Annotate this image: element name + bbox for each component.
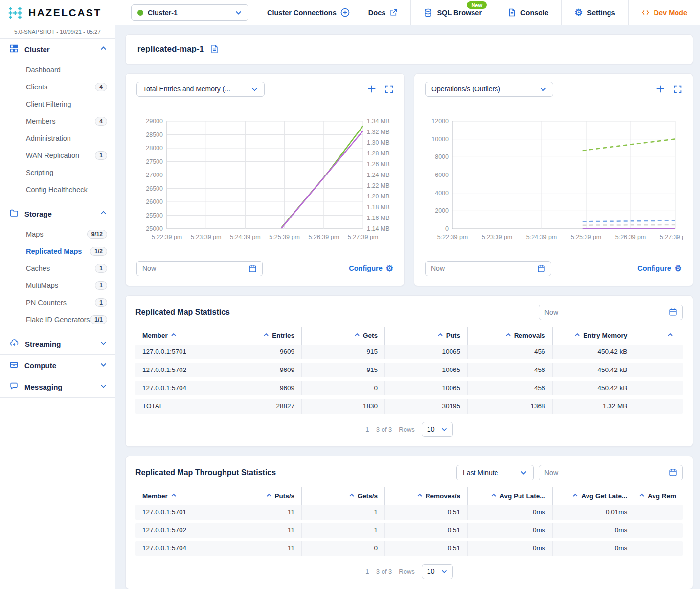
column-header-avg-put-late[interactable]: Avg Put Late... xyxy=(467,487,552,505)
svg-text:26500: 26500 xyxy=(146,185,163,192)
table-cell: 9609 xyxy=(220,345,301,359)
table-cell: 10065 xyxy=(384,381,467,395)
configure-link[interactable]: Configure ⚙ xyxy=(349,264,393,273)
svg-text:5:22:39 pm: 5:22:39 pm xyxy=(437,234,468,240)
table-cell: 127.0.0.1:5702 xyxy=(135,523,220,538)
count-badge: 4 xyxy=(95,117,107,126)
table-cell: 915 xyxy=(301,363,384,377)
svg-text:5:26:39 pm: 5:26:39 pm xyxy=(309,234,339,240)
sidebar-item-maps[interactable]: Maps9/12 xyxy=(14,225,115,242)
console-button[interactable]: Console xyxy=(495,0,561,25)
sidebar-section-storage[interactable]: Storage xyxy=(0,203,115,224)
sidebar-item-client-filtering[interactable]: Client Filtering xyxy=(14,95,115,112)
item-label: Client Filtering xyxy=(26,100,107,108)
table-row[interactable]: 127.0.0.1:5701960991510065456450.42 kB xyxy=(135,345,683,359)
sidebar-section-streaming[interactable]: Streaming xyxy=(0,333,115,354)
fullscreen-icon[interactable] xyxy=(674,85,682,93)
rows-per-page-select[interactable]: 10 xyxy=(422,422,453,437)
column-header-extra[interactable] xyxy=(634,327,683,345)
item-label: PN Counters xyxy=(26,299,95,306)
time-picker[interactable]: Now xyxy=(136,261,263,276)
column-header-member[interactable]: Member xyxy=(135,327,220,345)
version-text: 5.0-SNAPSHOT - 10/09/21 - 05:27 xyxy=(0,25,115,39)
column-header-entries[interactable]: Entries xyxy=(220,327,301,345)
time-picker[interactable]: Now xyxy=(539,465,683,480)
console-label: Console xyxy=(520,9,548,17)
fullscreen-icon[interactable] xyxy=(385,85,393,93)
svg-text:1.34 MB: 1.34 MB xyxy=(367,118,390,125)
topbar: HAZELCAST Cluster-1 Cluster Connections … xyxy=(0,0,700,25)
column-header-removes-s[interactable]: Removes/s xyxy=(384,487,467,505)
svg-text:1.32 MB: 1.32 MB xyxy=(367,129,390,135)
sort-caret-icon xyxy=(491,492,497,500)
sql-browser-label: SQL Browser xyxy=(437,9,482,17)
column-header-avg-rem[interactable]: Avg Rem xyxy=(634,487,683,505)
sidebar-item-config-healthcheck[interactable]: Config Healthcheck xyxy=(14,181,115,198)
svg-text:29000: 29000 xyxy=(146,118,163,125)
table-cell: 456 xyxy=(467,345,552,359)
sidebar-item-administration[interactable]: Administration xyxy=(14,130,115,147)
sidebar-item-clients[interactable]: Clients4 xyxy=(14,78,115,95)
document-icon[interactable] xyxy=(210,44,219,54)
column-header-entry-memory[interactable]: Entry Memory xyxy=(552,327,634,345)
table-row[interactable]: 127.0.0.1:5702960991510065456450.42 kB xyxy=(135,363,683,377)
interval-select[interactable]: Last Minute xyxy=(456,465,534,480)
table-cell: 1368 xyxy=(467,399,552,414)
table-cell: 11 xyxy=(220,505,301,520)
dev-mode-label: Dev Mode xyxy=(654,9,688,17)
brand-wordmark: HAZELCAST xyxy=(28,7,102,19)
operations-chart-card: Operations/s (Outliers) 1200010000800060… xyxy=(414,73,693,286)
sidebar-item-caches[interactable]: Caches1 xyxy=(14,260,115,277)
column-header-avg-get-late[interactable]: Avg Get Late... xyxy=(552,487,634,505)
sidebar-item-pn-counters[interactable]: PN Counters1 xyxy=(14,294,115,311)
column-header-removals[interactable]: Removals xyxy=(467,327,552,345)
column-header-member[interactable]: Member xyxy=(135,487,220,505)
calendar-icon xyxy=(669,308,677,316)
svg-text:5:25:39 pm: 5:25:39 pm xyxy=(269,234,300,240)
table-row[interactable]: 127.0.0.1:57049609010065456450.42 kB xyxy=(135,381,683,395)
sidebar-item-scripting[interactable]: Scripting xyxy=(14,164,115,181)
add-chart-icon[interactable] xyxy=(656,85,665,93)
svg-text:1.18 MB: 1.18 MB xyxy=(367,204,390,211)
svg-text:5:23:39 pm: 5:23:39 pm xyxy=(482,234,513,240)
time-picker[interactable]: Now xyxy=(539,305,683,320)
sidebar-item-flake-id-generators[interactable]: Flake ID Generators1/1 xyxy=(14,311,115,328)
sidebar-item-dashboard[interactable]: Dashboard xyxy=(14,61,115,78)
svg-text:0: 0 xyxy=(445,225,449,232)
cloud-icon xyxy=(10,339,19,349)
table-row[interactable]: 127.0.0.1:57021110.510ms0ms xyxy=(135,523,683,538)
new-badge: New xyxy=(467,1,487,9)
metric-select[interactable]: Operations/s (Outliers) xyxy=(425,82,553,97)
sidebar-item-members[interactable]: Members4 xyxy=(14,112,115,130)
dev-mode-button[interactable]: Dev Mode xyxy=(628,0,700,25)
svg-text:5:22:39 pm: 5:22:39 pm xyxy=(152,234,182,240)
table-row[interactable]: TOTAL2882718303019513681.32 MB xyxy=(135,399,683,414)
metric-select[interactable]: Total Entries and Memory (... xyxy=(136,82,265,97)
settings-button[interactable]: ⚙ Settings xyxy=(561,0,628,25)
table-cell: 450.42 kB xyxy=(552,381,634,395)
column-header-puts-s[interactable]: Puts/s xyxy=(220,487,301,505)
rows-per-page-value: 10 xyxy=(427,425,438,433)
column-header-gets-s[interactable]: Gets/s xyxy=(301,487,384,505)
sidebar-item-replicated-maps[interactable]: Replicated Maps1/2 xyxy=(14,242,115,260)
column-header-puts[interactable]: Puts xyxy=(384,327,467,345)
sidebar-item-multimaps[interactable]: MultiMaps1 xyxy=(14,277,115,294)
sidebar-item-wan-replication[interactable]: WAN Replication1 xyxy=(14,147,115,164)
time-picker[interactable]: Now xyxy=(425,261,551,276)
rows-per-page-select[interactable]: 10 xyxy=(422,564,453,579)
cluster-selector[interactable]: Cluster-1 xyxy=(131,4,248,21)
docs-link[interactable]: Docs xyxy=(368,8,398,17)
sidebar-section-cluster[interactable]: Cluster xyxy=(0,39,115,60)
add-chart-icon[interactable] xyxy=(367,85,376,93)
sidebar-section-messaging[interactable]: Messaging xyxy=(0,376,115,397)
sql-browser-button[interactable]: New SQL Browser xyxy=(410,0,495,25)
table-row[interactable]: 127.0.0.1:57041100.510ms0ms xyxy=(135,541,683,556)
configure-link[interactable]: Configure ⚙ xyxy=(637,264,682,273)
table-row[interactable]: 127.0.0.1:57011110.510ms0.01ms xyxy=(135,505,683,520)
section-label: Compute xyxy=(24,361,93,370)
column-header-gets[interactable]: Gets xyxy=(301,327,384,345)
sidebar-section-compute[interactable]: Compute xyxy=(0,354,115,376)
table-cell xyxy=(634,541,683,556)
cluster-connections-link[interactable]: Cluster Connections xyxy=(267,8,350,17)
table-cell: 0 xyxy=(301,541,384,556)
